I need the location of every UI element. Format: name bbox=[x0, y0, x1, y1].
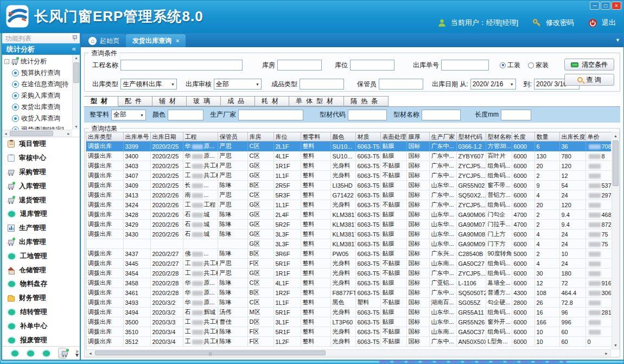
keeper-input[interactable] bbox=[379, 79, 423, 90]
location-input[interactable] bbox=[350, 60, 394, 71]
outbound-no-input[interactable] bbox=[441, 60, 489, 71]
material-tab[interactable]: 配件 bbox=[118, 96, 152, 106]
column-header[interactable]: 单价 bbox=[585, 132, 611, 142]
scroll-up-icon[interactable]: ▲ bbox=[73, 56, 80, 60]
dot-icon[interactable] bbox=[27, 350, 34, 356]
sidebar-module-item[interactable]: 结转管理 bbox=[2, 305, 80, 320]
tab-shipment-outbound-query[interactable]: 发货出库查询 × bbox=[126, 34, 186, 47]
sidebar-module-item[interactable]: 入库管理 bbox=[2, 179, 80, 193]
sidebar-module-item[interactable]: 采购管理 bbox=[2, 165, 80, 180]
scroll-down-icon[interactable]: ▼ bbox=[73, 125, 80, 129]
tree-root[interactable]: - 统计分析 bbox=[2, 56, 72, 67]
material-tab[interactable]: 成品 bbox=[221, 96, 255, 106]
column-header[interactable]: 库位 bbox=[273, 132, 301, 142]
scroll-left-icon[interactable]: ◄ bbox=[4, 132, 8, 136]
profile-name-input[interactable] bbox=[422, 110, 461, 120]
tree-item[interactable]: 退货查询[待定] bbox=[2, 124, 72, 130]
material-tab[interactable]: 辅材 bbox=[152, 96, 187, 106]
table-row[interactable]: 调拨出库 3461 2020/2/28 华原... 陈琳 B区 1R2F 整料 bbox=[86, 288, 611, 298]
pin-icon[interactable] bbox=[72, 35, 77, 41]
column-header[interactable]: 保管员 bbox=[218, 132, 247, 142]
table-vertical-scrollbar[interactable]: ▲ ▼ bbox=[612, 132, 620, 349]
tree-collapse-icon[interactable]: - bbox=[4, 59, 9, 64]
whole-part-select[interactable]: 全部 bbox=[111, 110, 146, 120]
table-row[interactable]: 调拨出库 3454 2020/2/28 工共工程 严思 G区 1R1F 整料 光 bbox=[86, 269, 611, 278]
table-row[interactable]: 调拨出库 3409 2020/2/25 长... 陈琳 B区 2R5F 整料 L bbox=[86, 181, 611, 190]
tree-horizontal-scrollbar[interactable]: ◄ ► bbox=[2, 130, 72, 137]
sidebar-module-item[interactable]: 项目管理 bbox=[2, 137, 80, 151]
scroll-down-icon[interactable]: ▼ bbox=[612, 343, 619, 347]
sidebar-module-item[interactable]: 财务管理 bbox=[2, 291, 80, 305]
sidebar-module-item[interactable]: 审核中心 bbox=[2, 151, 80, 165]
column-header[interactable]: 出库单号 bbox=[123, 132, 150, 142]
table-row[interactable]: 调拨出库 3428 2020/2/26 石城 陈琳 G区 2L4F 整料 KLM bbox=[86, 210, 611, 220]
sidebar-module-item[interactable]: 工地管理 bbox=[2, 249, 80, 263]
scroll-right-icon[interactable]: ► bbox=[604, 352, 608, 355]
table-row[interactable]: G区 3L3F 整料 KLM3817 6063-T5 贴膜 国标 山东华... bbox=[86, 239, 611, 249]
close-button[interactable]: × bbox=[612, 2, 621, 10]
scroll-thumb[interactable]: ||| bbox=[95, 350, 326, 355]
material-tab[interactable]: 型材 bbox=[84, 96, 118, 106]
column-header[interactable]: 型材代码 bbox=[456, 132, 486, 142]
column-header[interactable]: 颜色 bbox=[330, 132, 355, 142]
table-row[interactable]: 调拨出库 3424 2020/2/26 工工程 严思 G区 1L1F 整料 光身 bbox=[86, 200, 611, 210]
table-row[interactable]: 调拨出库 3494 2020/3/2 石辉城 汤伟 M区 5R1F 整料 光身料 bbox=[86, 308, 611, 317]
sidebar-module-item[interactable]: 出库管理 bbox=[2, 235, 80, 250]
tree-item[interactable]: 在途信息查询[待 bbox=[2, 79, 72, 90]
table-row[interactable]: 调拨出库 3493 2020/3/2 华原... 陈琳 C区 1L1F 整料 黑 bbox=[86, 298, 611, 308]
column-header[interactable]: 材质 bbox=[355, 132, 380, 142]
column-header[interactable]: 出库长度 bbox=[559, 132, 585, 142]
manufacturer-input[interactable] bbox=[238, 110, 303, 120]
table-horizontal-scrollbar[interactable]: ◄ ||| ► bbox=[86, 349, 611, 356]
radio-jiazhuang[interactable]: 家装 bbox=[528, 61, 549, 70]
clear-conditions-button[interactable]: 清空条件 bbox=[564, 59, 614, 71]
profile-code-input[interactable] bbox=[348, 110, 387, 120]
table-row[interactable]: 调拨出库 3403 2020/2/25 工共工程 严思 G区 1R1F 整料 光 bbox=[86, 161, 611, 171]
tab-close-icon[interactable]: × bbox=[176, 37, 179, 44]
product-type-input[interactable] bbox=[300, 79, 344, 90]
warehouse-input[interactable] bbox=[277, 60, 322, 71]
tree-item[interactable]: 收货入库查询 bbox=[2, 113, 72, 124]
tree-item[interactable]: 采购入库查询 bbox=[2, 90, 72, 101]
table-row[interactable]: 调拨出库 3458 2020/2/28 华原... 陈琳 C区 4L1F 整料 bbox=[86, 278, 611, 288]
table-row[interactable]: 调拨出库 3399 2020/2/25 华原... 严思 C区 2L1F 整料 bbox=[86, 142, 611, 151]
table-row[interactable]: 调拨出库 3510 2020/3/4 工共工程 陈琳 F区 5R1F 整料 光身 bbox=[86, 327, 611, 337]
outbound-type-select[interactable]: 生产领料出库 bbox=[120, 79, 177, 90]
scroll-thumb[interactable] bbox=[613, 141, 619, 186]
scroll-left-icon[interactable]: ◄ bbox=[88, 352, 92, 355]
scroll-thumb[interactable] bbox=[10, 131, 53, 136]
sidebar-module-item[interactable]: 退库管理 bbox=[2, 207, 80, 221]
table-row[interactable]: 调拨出库 3407 2020/2/25 工共工程 严思 G区 1L1F 整料 光 bbox=[86, 171, 611, 181]
table-row[interactable]: 调拨出库 3400 2020/2/25 华原... 严思 C区 4L1F 整料 bbox=[86, 151, 611, 161]
collapse-icon[interactable]: « bbox=[72, 44, 76, 53]
section-header-stats[interactable]: 统计分析 « bbox=[2, 43, 80, 55]
column-header[interactable]: 长度 bbox=[512, 132, 534, 142]
sidebar-module-item[interactable]: 退货管理 bbox=[2, 193, 80, 207]
outbound-audit-select[interactable]: 全部 bbox=[214, 79, 262, 90]
search-button[interactable]: 查 询 bbox=[564, 74, 614, 86]
tree-item[interactable]: 发货出库查询 bbox=[2, 101, 72, 113]
overflow-chevron-icon[interactable]: »▼ bbox=[74, 349, 80, 357]
column-header[interactable]: 型材名称 bbox=[486, 132, 512, 142]
dot-icon[interactable] bbox=[43, 350, 50, 356]
logout-link[interactable]: 退出 bbox=[602, 18, 616, 28]
sidebar-module-item[interactable]: 补单中心 bbox=[2, 319, 80, 333]
column-header[interactable]: 库房 bbox=[247, 132, 273, 142]
column-header[interactable]: 数量 bbox=[534, 132, 559, 142]
scroll-thumb[interactable] bbox=[73, 62, 79, 83]
table-row[interactable]: 调拨出库 3512 2020/3/4 工共工程 陈琳 F区 1L2F 整料 光身 bbox=[86, 337, 611, 347]
radio-gongzhuang[interactable]: 工装 bbox=[500, 61, 520, 70]
column-header[interactable]: 工程 bbox=[183, 132, 218, 142]
maximize-button[interactable]: □ bbox=[601, 2, 610, 10]
color-input[interactable] bbox=[168, 110, 203, 120]
column-header[interactable]: 整零料 bbox=[301, 132, 330, 142]
tab-list-dropdown-icon[interactable]: ▼ bbox=[615, 37, 620, 43]
tree-vertical-scrollbar[interactable]: ▲ ▼ bbox=[72, 55, 80, 130]
date-from-picker[interactable]: 2020/ 2/16 bbox=[470, 79, 516, 90]
column-header[interactable]: 出库日期 bbox=[150, 132, 183, 142]
tree-item[interactable]: 预算执行查询 bbox=[2, 67, 72, 79]
sidebar-module-item[interactable]: 仓储管理 bbox=[2, 263, 80, 277]
scroll-right-icon[interactable]: ► bbox=[67, 132, 71, 136]
length-input[interactable] bbox=[501, 110, 531, 120]
table-row[interactable]: 调拨出库 3445 2020/2/27 工共工程 严思 F区 5R1F 整料 光 bbox=[86, 259, 611, 269]
